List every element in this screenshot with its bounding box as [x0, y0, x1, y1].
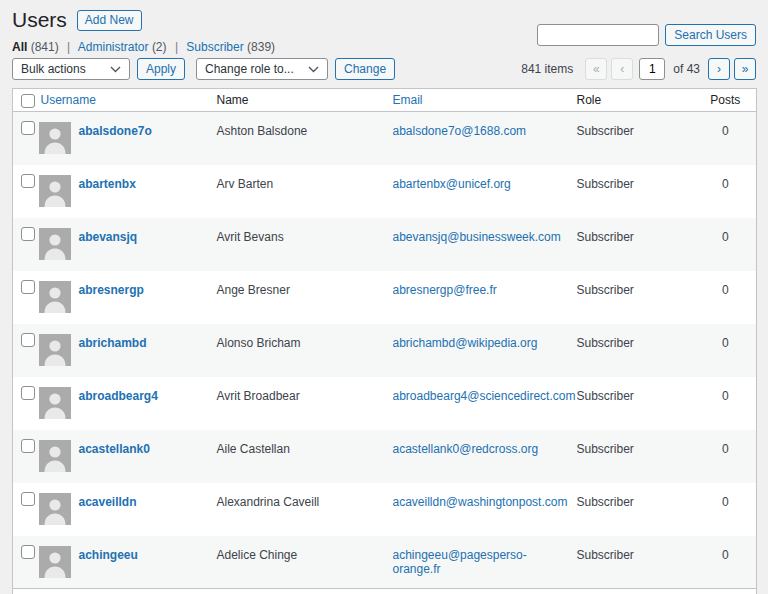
apply-button[interactable]: Apply	[137, 58, 185, 80]
username-link[interactable]: abartenbx	[79, 175, 136, 191]
first-page-button: «	[585, 58, 607, 80]
select-all-checkbox[interactable]	[21, 94, 35, 108]
table-row: abartenbx Arv Barten abartenbx@unicef.or…	[13, 165, 757, 218]
column-header-posts: Posts	[701, 89, 757, 112]
email-link[interactable]: abevansjq@businessweek.com	[393, 230, 561, 244]
avatar	[39, 281, 71, 313]
user-full-name: Ashton Balsdone	[215, 112, 391, 165]
column-header-role: Role	[575, 89, 701, 112]
avatar	[39, 334, 71, 366]
posts-count-link[interactable]: 0	[722, 548, 729, 562]
change-role-select[interactable]: Change role to...	[196, 58, 328, 80]
posts-count-link[interactable]: 0	[722, 230, 729, 244]
search-input[interactable]	[537, 24, 659, 46]
table-row: achingeeu Adelice Chinge achingeeu@pages…	[13, 536, 757, 589]
user-full-name: Adelice Chinge	[215, 536, 391, 589]
user-full-name: Alexandrina Caveill	[215, 483, 391, 536]
row-checkbox[interactable]	[21, 333, 35, 347]
posts-count-link[interactable]: 0	[722, 442, 729, 456]
view-subscriber[interactable]: Subscriber	[186, 40, 243, 54]
username-link[interactable]: abevansjq	[79, 228, 138, 244]
username-link[interactable]: achingeeu	[79, 546, 138, 562]
email-link[interactable]: abresnergp@free.fr	[393, 283, 497, 297]
users-admin-page: Users Add New Search Users All (841) | A…	[0, 0, 768, 594]
table-footer	[13, 589, 757, 594]
search-users-button[interactable]: Search Users	[665, 24, 756, 46]
table-row: abalsdone7o Ashton Balsdone abalsdone7o@…	[13, 112, 757, 165]
last-page-button[interactable]: »	[734, 58, 756, 80]
user-role: Subscriber	[575, 271, 701, 324]
user-full-name: Arv Barten	[215, 165, 391, 218]
table-row: abroadbearg4 Avrit Broadbear abroadbearg…	[13, 377, 757, 430]
pagination: 841 items « ‹ of 43 › »	[521, 58, 756, 80]
bulk-actions-select[interactable]: Bulk actions	[12, 58, 130, 80]
username-link[interactable]: abresnergp	[79, 281, 144, 297]
column-header-username[interactable]: Username	[39, 89, 215, 112]
username-link[interactable]: abalsdone7o	[79, 122, 152, 138]
row-checkbox[interactable]	[21, 280, 35, 294]
user-role: Subscriber	[575, 536, 701, 589]
view-all[interactable]: All	[12, 40, 27, 54]
email-link[interactable]: abroadbearg4@sciencedirect.com	[393, 389, 576, 403]
posts-count-link[interactable]: 0	[722, 336, 729, 350]
user-full-name: Avrit Bevans	[215, 218, 391, 271]
next-page-button[interactable]: ›	[708, 58, 730, 80]
avatar	[39, 387, 71, 419]
view-administrator[interactable]: Administrator	[78, 40, 149, 54]
search-box: Search Users	[537, 24, 756, 46]
avatar	[39, 493, 71, 525]
bulk-actions-group: Bulk actions Apply Change role to... Cha…	[12, 58, 395, 80]
email-link[interactable]: achingeeu@pagesperso-orange.fr	[393, 548, 527, 576]
table-row: acastellank0 Aile Castellan acastellank0…	[13, 430, 757, 483]
table-row: abevansjq Avrit Bevans abevansjq@busines…	[13, 218, 757, 271]
column-header-email[interactable]: Email	[391, 89, 575, 112]
user-full-name: Aile Castellan	[215, 430, 391, 483]
row-checkbox[interactable]	[21, 545, 35, 559]
bulk-actions-value: Bulk actions	[21, 62, 86, 76]
user-role: Subscriber	[575, 430, 701, 483]
total-pages-label: of 43	[673, 62, 700, 76]
user-full-name: Alonso Bricham	[215, 324, 391, 377]
username-link[interactable]: abroadbearg4	[79, 387, 158, 403]
row-checkbox[interactable]	[21, 121, 35, 135]
view-subscriber-count: (839)	[247, 40, 275, 54]
user-role: Subscriber	[575, 112, 701, 165]
email-link[interactable]: acaveilldn@washingtonpost.com	[393, 495, 568, 509]
change-button[interactable]: Change	[335, 58, 395, 80]
posts-count-link[interactable]: 0	[722, 124, 729, 138]
row-checkbox[interactable]	[21, 439, 35, 453]
table-row: acaveilldn Alexandrina Caveill acaveilld…	[13, 483, 757, 536]
posts-count-link[interactable]: 0	[722, 495, 729, 509]
avatar	[39, 440, 71, 472]
add-new-button[interactable]: Add New	[77, 10, 142, 31]
username-link[interactable]: acaveilldn	[79, 493, 137, 509]
row-checkbox[interactable]	[21, 492, 35, 506]
view-separator: |	[175, 40, 178, 54]
posts-count-link[interactable]: 0	[722, 389, 729, 403]
chevron-down-icon	[308, 66, 319, 73]
posts-count-link[interactable]: 0	[722, 283, 729, 297]
posts-count-link[interactable]: 0	[722, 177, 729, 191]
email-link[interactable]: abrichambd@wikipedia.org	[393, 336, 538, 350]
row-checkbox[interactable]	[21, 227, 35, 241]
view-all-count: (841)	[31, 40, 59, 54]
view-separator: |	[67, 40, 70, 54]
column-header-name: Name	[215, 89, 391, 112]
username-link[interactable]: abrichambd	[79, 334, 147, 350]
user-role: Subscriber	[575, 218, 701, 271]
user-role: Subscriber	[575, 165, 701, 218]
user-role: Subscriber	[575, 324, 701, 377]
row-checkbox[interactable]	[21, 174, 35, 188]
chevron-down-icon	[110, 66, 121, 73]
page-title: Users	[12, 8, 67, 32]
username-link[interactable]: acastellank0	[79, 440, 150, 456]
current-page-input[interactable]	[639, 58, 665, 80]
avatar	[39, 228, 71, 260]
table-row: abresnergp Ange Bresner abresnergp@free.…	[13, 271, 757, 324]
previous-page-button: ‹	[611, 58, 633, 80]
email-link[interactable]: abalsdone7o@1688.com	[393, 124, 527, 138]
email-link[interactable]: abartenbx@unicef.org	[393, 177, 511, 191]
users-table: Username Name Email Role Posts abalsdone…	[12, 88, 757, 594]
row-checkbox[interactable]	[21, 386, 35, 400]
email-link[interactable]: acastellank0@redcross.org	[393, 442, 539, 456]
